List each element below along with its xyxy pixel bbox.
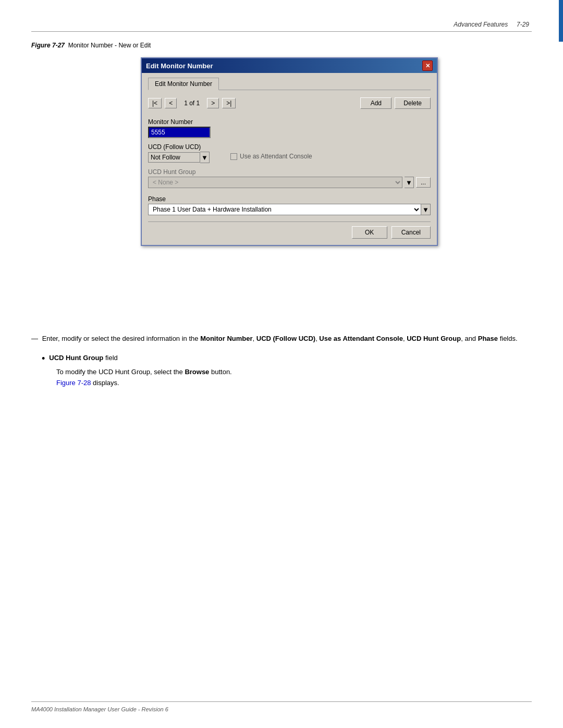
indent-description: To modify the UCD Hunt Group, select the… bbox=[56, 367, 529, 389]
ucd-left: UCD (Follow UCD) Not Follow Follow UCD ▼ bbox=[148, 143, 210, 163]
navigation-bar: |< < 1 of 1 > >| Add Delete bbox=[148, 95, 431, 111]
ucd-select-wrapper: Not Follow Follow UCD ▼ bbox=[148, 152, 210, 163]
bullet-item-ucd-hunt-group: • UCD Hunt Group field bbox=[42, 353, 529, 365]
monitor-number-label: Monitor Number bbox=[148, 118, 431, 126]
attendant-console-checkbox[interactable] bbox=[230, 153, 237, 160]
footer-rule bbox=[31, 701, 532, 702]
dialog-window: Edit Monitor Number ✕ Edit Monitor Numbe… bbox=[141, 57, 438, 246]
add-button[interactable]: Add bbox=[360, 97, 391, 109]
bullet-block: • UCD Hunt Group field To modify the UCD… bbox=[42, 353, 529, 389]
header-text: Advanced Features 7-29 bbox=[454, 21, 529, 28]
hunt-group-row: < None > ▼ ... bbox=[148, 177, 431, 188]
tab-strip: Edit Monitor Number bbox=[148, 77, 431, 90]
hunt-group-select[interactable]: < None > bbox=[148, 177, 402, 188]
bullet-dot-icon: • bbox=[42, 353, 45, 365]
hunt-group-section: UCD Hunt Group < None > ▼ ... bbox=[148, 168, 431, 188]
em-dash: — bbox=[31, 335, 38, 342]
ok-button[interactable]: OK bbox=[352, 226, 387, 239]
blue-accent-bar bbox=[559, 0, 563, 42]
footer-text: MA4000 Installation Manager User Guide -… bbox=[31, 706, 168, 712]
ucd-select[interactable]: Not Follow Follow UCD bbox=[148, 152, 200, 163]
phase-label: Phase bbox=[148, 195, 431, 203]
nav-count: 1 of 1 bbox=[180, 100, 204, 107]
header-page: 7-29 bbox=[517, 21, 529, 28]
ucd-dropdown-arrow-icon[interactable]: ▼ bbox=[200, 152, 210, 163]
bullet-label: UCD Hunt Group bbox=[49, 354, 103, 362]
header-rule bbox=[31, 31, 532, 32]
phase-select[interactable]: Phase 1 User Data + Hardware Installatio… bbox=[148, 204, 421, 215]
figure-label: Figure 7-27 bbox=[31, 42, 65, 49]
ucd-label: UCD (Follow UCD) bbox=[148, 143, 210, 151]
phase-dropdown-arrow-icon[interactable]: ▼ bbox=[421, 204, 431, 215]
description-text: Enter, modify or select the desired info… bbox=[42, 335, 518, 342]
dialog-close-button[interactable]: ✕ bbox=[422, 60, 433, 71]
header-section: Advanced Features bbox=[454, 21, 508, 28]
hunt-group-dropdown-arrow-icon[interactable]: ▼ bbox=[405, 177, 414, 188]
dialog-title: Edit Monitor Number bbox=[146, 62, 213, 70]
dialog-titlebar: Edit Monitor Number ✕ bbox=[142, 58, 437, 73]
phase-section: Phase Phase 1 User Data + Hardware Insta… bbox=[148, 195, 431, 215]
ucd-row: UCD (Follow UCD) Not Follow Follow UCD ▼… bbox=[148, 143, 431, 163]
attendant-console-checkbox-wrap: Use as Attendant Console bbox=[230, 153, 312, 160]
delete-button[interactable]: Delete bbox=[395, 97, 431, 109]
tab-edit-monitor-number[interactable]: Edit Monitor Number bbox=[148, 78, 219, 90]
ucd-right: Use as Attendant Console bbox=[230, 143, 312, 160]
bullet-text: UCD Hunt Group field bbox=[49, 353, 117, 364]
main-content: — Enter, modify or select the desired in… bbox=[31, 334, 529, 395]
figure-title: Monitor Number - New or Edit bbox=[68, 42, 151, 49]
page-container: Advanced Features 7-29 Figure 7-27 Monit… bbox=[0, 0, 563, 728]
figure-link[interactable]: Figure 7-28 bbox=[56, 379, 91, 387]
cancel-button[interactable]: Cancel bbox=[391, 226, 431, 239]
attendant-console-label: Use as Attendant Console bbox=[240, 153, 312, 160]
nav-last-button[interactable]: >| bbox=[222, 98, 236, 108]
nav-first-button[interactable]: |< bbox=[148, 98, 162, 108]
dialog-body: Edit Monitor Number |< < 1 of 1 > >| Add… bbox=[142, 73, 437, 245]
description-block: — Enter, modify or select the desired in… bbox=[31, 334, 529, 344]
monitor-number-section: Monitor Number bbox=[148, 118, 431, 138]
monitor-number-input[interactable] bbox=[148, 127, 211, 138]
browse-button[interactable]: ... bbox=[416, 177, 431, 188]
phase-select-row: Phase 1 User Data + Hardware Installatio… bbox=[148, 204, 431, 215]
nav-next-button[interactable]: > bbox=[207, 98, 219, 108]
nav-prev-button[interactable]: < bbox=[165, 98, 177, 108]
bottom-button-bar: OK Cancel bbox=[148, 221, 431, 239]
figure-caption: Figure 7-27 Monitor Number - New or Edit bbox=[31, 42, 151, 49]
hunt-group-label: UCD Hunt Group bbox=[148, 168, 431, 176]
